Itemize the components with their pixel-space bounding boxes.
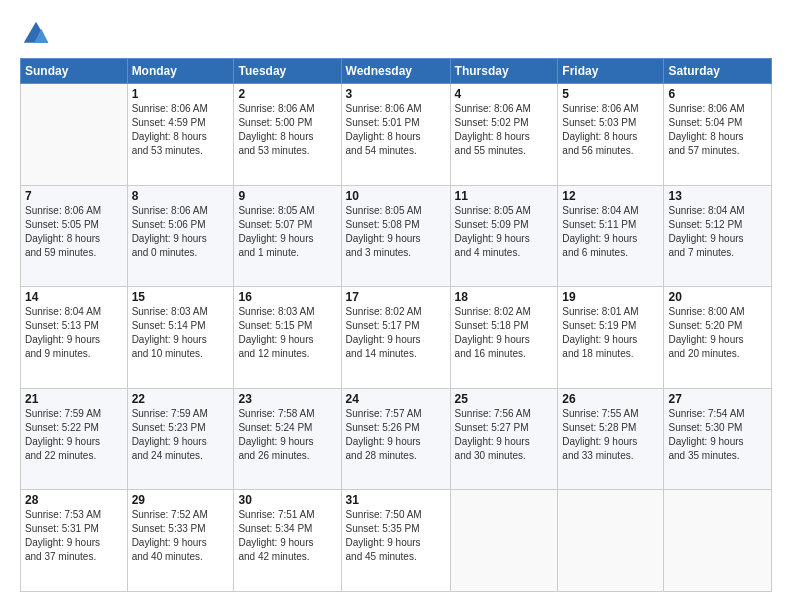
col-header-friday: Friday (558, 59, 664, 84)
page: SundayMondayTuesdayWednesdayThursdayFrid… (0, 0, 792, 612)
day-cell: 10Sunrise: 8:05 AM Sunset: 5:08 PM Dayli… (341, 185, 450, 287)
col-header-saturday: Saturday (664, 59, 772, 84)
col-header-wednesday: Wednesday (341, 59, 450, 84)
day-number: 18 (455, 290, 554, 304)
day-cell: 5Sunrise: 8:06 AM Sunset: 5:03 PM Daylig… (558, 84, 664, 186)
day-cell: 14Sunrise: 8:04 AM Sunset: 5:13 PM Dayli… (21, 287, 128, 389)
day-number: 9 (238, 189, 336, 203)
day-number: 3 (346, 87, 446, 101)
day-info: Sunrise: 8:04 AM Sunset: 5:13 PM Dayligh… (25, 305, 123, 361)
day-cell: 2Sunrise: 8:06 AM Sunset: 5:00 PM Daylig… (234, 84, 341, 186)
day-cell (558, 490, 664, 592)
day-info: Sunrise: 8:03 AM Sunset: 5:14 PM Dayligh… (132, 305, 230, 361)
day-info: Sunrise: 7:57 AM Sunset: 5:26 PM Dayligh… (346, 407, 446, 463)
day-number: 25 (455, 392, 554, 406)
day-info: Sunrise: 8:06 AM Sunset: 5:04 PM Dayligh… (668, 102, 767, 158)
day-number: 12 (562, 189, 659, 203)
day-number: 5 (562, 87, 659, 101)
day-cell: 7Sunrise: 8:06 AM Sunset: 5:05 PM Daylig… (21, 185, 128, 287)
day-cell: 16Sunrise: 8:03 AM Sunset: 5:15 PM Dayli… (234, 287, 341, 389)
week-row-3: 14Sunrise: 8:04 AM Sunset: 5:13 PM Dayli… (21, 287, 772, 389)
day-number: 13 (668, 189, 767, 203)
day-info: Sunrise: 8:02 AM Sunset: 5:17 PM Dayligh… (346, 305, 446, 361)
day-info: Sunrise: 8:06 AM Sunset: 5:03 PM Dayligh… (562, 102, 659, 158)
day-number: 28 (25, 493, 123, 507)
day-cell: 24Sunrise: 7:57 AM Sunset: 5:26 PM Dayli… (341, 388, 450, 490)
day-cell: 30Sunrise: 7:51 AM Sunset: 5:34 PM Dayli… (234, 490, 341, 592)
day-info: Sunrise: 8:06 AM Sunset: 5:06 PM Dayligh… (132, 204, 230, 260)
week-row-4: 21Sunrise: 7:59 AM Sunset: 5:22 PM Dayli… (21, 388, 772, 490)
day-cell: 3Sunrise: 8:06 AM Sunset: 5:01 PM Daylig… (341, 84, 450, 186)
day-info: Sunrise: 8:01 AM Sunset: 5:19 PM Dayligh… (562, 305, 659, 361)
day-number: 8 (132, 189, 230, 203)
day-cell: 29Sunrise: 7:52 AM Sunset: 5:33 PM Dayli… (127, 490, 234, 592)
day-number: 11 (455, 189, 554, 203)
day-number: 23 (238, 392, 336, 406)
day-cell: 31Sunrise: 7:50 AM Sunset: 5:35 PM Dayli… (341, 490, 450, 592)
day-cell: 21Sunrise: 7:59 AM Sunset: 5:22 PM Dayli… (21, 388, 128, 490)
day-info: Sunrise: 8:02 AM Sunset: 5:18 PM Dayligh… (455, 305, 554, 361)
day-cell: 28Sunrise: 7:53 AM Sunset: 5:31 PM Dayli… (21, 490, 128, 592)
day-cell: 15Sunrise: 8:03 AM Sunset: 5:14 PM Dayli… (127, 287, 234, 389)
day-info: Sunrise: 8:06 AM Sunset: 5:02 PM Dayligh… (455, 102, 554, 158)
day-cell: 4Sunrise: 8:06 AM Sunset: 5:02 PM Daylig… (450, 84, 558, 186)
day-cell: 22Sunrise: 7:59 AM Sunset: 5:23 PM Dayli… (127, 388, 234, 490)
week-row-5: 28Sunrise: 7:53 AM Sunset: 5:31 PM Dayli… (21, 490, 772, 592)
day-number: 2 (238, 87, 336, 101)
day-info: Sunrise: 7:53 AM Sunset: 5:31 PM Dayligh… (25, 508, 123, 564)
day-info: Sunrise: 7:50 AM Sunset: 5:35 PM Dayligh… (346, 508, 446, 564)
day-info: Sunrise: 8:00 AM Sunset: 5:20 PM Dayligh… (668, 305, 767, 361)
day-cell: 26Sunrise: 7:55 AM Sunset: 5:28 PM Dayli… (558, 388, 664, 490)
day-number: 10 (346, 189, 446, 203)
day-cell: 12Sunrise: 8:04 AM Sunset: 5:11 PM Dayli… (558, 185, 664, 287)
day-number: 14 (25, 290, 123, 304)
day-info: Sunrise: 8:03 AM Sunset: 5:15 PM Dayligh… (238, 305, 336, 361)
day-number: 16 (238, 290, 336, 304)
day-info: Sunrise: 8:05 AM Sunset: 5:07 PM Dayligh… (238, 204, 336, 260)
day-cell: 23Sunrise: 7:58 AM Sunset: 5:24 PM Dayli… (234, 388, 341, 490)
day-info: Sunrise: 8:04 AM Sunset: 5:12 PM Dayligh… (668, 204, 767, 260)
day-cell: 6Sunrise: 8:06 AM Sunset: 5:04 PM Daylig… (664, 84, 772, 186)
day-cell: 8Sunrise: 8:06 AM Sunset: 5:06 PM Daylig… (127, 185, 234, 287)
day-number: 24 (346, 392, 446, 406)
day-info: Sunrise: 7:56 AM Sunset: 5:27 PM Dayligh… (455, 407, 554, 463)
day-info: Sunrise: 8:06 AM Sunset: 5:05 PM Dayligh… (25, 204, 123, 260)
day-cell (664, 490, 772, 592)
day-cell: 19Sunrise: 8:01 AM Sunset: 5:19 PM Dayli… (558, 287, 664, 389)
logo-icon (22, 20, 50, 48)
day-number: 21 (25, 392, 123, 406)
day-number: 30 (238, 493, 336, 507)
day-cell: 11Sunrise: 8:05 AM Sunset: 5:09 PM Dayli… (450, 185, 558, 287)
day-number: 4 (455, 87, 554, 101)
day-number: 22 (132, 392, 230, 406)
col-header-thursday: Thursday (450, 59, 558, 84)
day-info: Sunrise: 8:05 AM Sunset: 5:08 PM Dayligh… (346, 204, 446, 260)
day-info: Sunrise: 7:54 AM Sunset: 5:30 PM Dayligh… (668, 407, 767, 463)
day-number: 6 (668, 87, 767, 101)
week-row-1: 1Sunrise: 8:06 AM Sunset: 4:59 PM Daylig… (21, 84, 772, 186)
day-number: 1 (132, 87, 230, 101)
day-cell: 9Sunrise: 8:05 AM Sunset: 5:07 PM Daylig… (234, 185, 341, 287)
col-header-monday: Monday (127, 59, 234, 84)
day-number: 7 (25, 189, 123, 203)
day-info: Sunrise: 8:06 AM Sunset: 5:01 PM Dayligh… (346, 102, 446, 158)
day-number: 27 (668, 392, 767, 406)
day-info: Sunrise: 7:58 AM Sunset: 5:24 PM Dayligh… (238, 407, 336, 463)
calendar-table: SundayMondayTuesdayWednesdayThursdayFrid… (20, 58, 772, 592)
col-header-tuesday: Tuesday (234, 59, 341, 84)
day-number: 20 (668, 290, 767, 304)
day-number: 29 (132, 493, 230, 507)
day-info: Sunrise: 8:05 AM Sunset: 5:09 PM Dayligh… (455, 204, 554, 260)
day-info: Sunrise: 7:59 AM Sunset: 5:22 PM Dayligh… (25, 407, 123, 463)
header-row: SundayMondayTuesdayWednesdayThursdayFrid… (21, 59, 772, 84)
day-info: Sunrise: 8:06 AM Sunset: 5:00 PM Dayligh… (238, 102, 336, 158)
day-number: 26 (562, 392, 659, 406)
day-cell: 25Sunrise: 7:56 AM Sunset: 5:27 PM Dayli… (450, 388, 558, 490)
day-cell: 1Sunrise: 8:06 AM Sunset: 4:59 PM Daylig… (127, 84, 234, 186)
day-info: Sunrise: 7:59 AM Sunset: 5:23 PM Dayligh… (132, 407, 230, 463)
day-cell: 18Sunrise: 8:02 AM Sunset: 5:18 PM Dayli… (450, 287, 558, 389)
logo (20, 20, 50, 48)
day-cell: 20Sunrise: 8:00 AM Sunset: 5:20 PM Dayli… (664, 287, 772, 389)
day-cell: 17Sunrise: 8:02 AM Sunset: 5:17 PM Dayli… (341, 287, 450, 389)
day-number: 17 (346, 290, 446, 304)
